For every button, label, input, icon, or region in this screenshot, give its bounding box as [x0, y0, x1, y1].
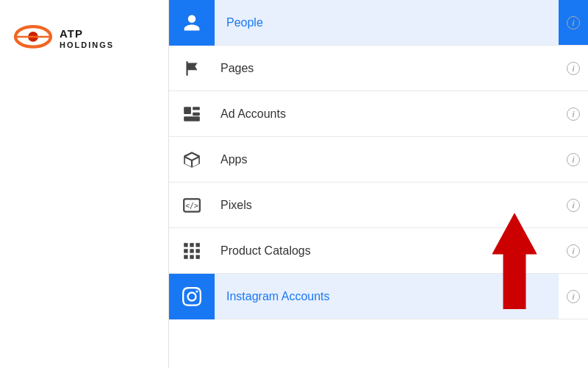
people-label: People	[215, 0, 559, 45]
product-catalogs-icon-wrapper	[169, 228, 215, 274]
instagram-icon	[182, 286, 202, 307]
instagram-accounts-info-circle: i	[567, 290, 580, 303]
ad-accounts-info-circle: i	[567, 107, 580, 121]
svg-rect-14	[196, 249, 199, 252]
logo-text: ATP HOLDINGS	[60, 28, 114, 49]
menu-item-apps[interactable]: Appsi	[169, 137, 588, 183]
ad-icon	[182, 104, 202, 124]
svg-rect-16	[190, 255, 193, 258]
apps-label: Apps	[215, 153, 559, 166]
grid-icon	[182, 241, 202, 261]
left-panel: ATP HOLDINGS	[0, 0, 169, 368]
svg-rect-5	[193, 112, 200, 115]
logo-holdings: HOLDINGS	[60, 40, 114, 49]
menu-item-people[interactable]: Peoplei	[169, 0, 588, 46]
pages-info-circle: i	[567, 62, 580, 75]
flag-icon	[182, 58, 202, 79]
svg-rect-12	[184, 249, 187, 252]
product-catalogs-label: Product Catalogs	[215, 244, 559, 258]
ad-accounts-icon-wrapper	[169, 91, 215, 137]
pages-icon-wrapper	[169, 46, 215, 91]
main-content: PeopleiPagesiAd AccountsiAppsi</>Pixelsi…	[169, 0, 588, 368]
svg-rect-3	[184, 107, 191, 114]
people-info[interactable]: i	[559, 16, 588, 29]
menu-item-pages[interactable]: Pagesi	[169, 46, 588, 91]
product-catalogs-info[interactable]: i	[559, 244, 588, 258]
apps-info[interactable]: i	[559, 153, 588, 166]
pixels-label: Pixels	[215, 199, 559, 212]
svg-rect-11	[196, 243, 199, 247]
apps-icon-wrapper	[169, 137, 215, 183]
atp-logo-icon	[11, 22, 55, 55]
instagram-accounts-label: Instagram Accounts	[215, 274, 559, 319]
pixels-icon-wrapper: </>	[169, 183, 215, 228]
pixels-icon: </>	[182, 195, 202, 216]
people-icon-wrapper	[169, 0, 215, 46]
instagram-accounts-info[interactable]: i	[559, 290, 588, 303]
svg-rect-10	[190, 243, 193, 247]
svg-rect-17	[196, 255, 199, 258]
pixels-info[interactable]: i	[559, 199, 588, 212]
instagram-accounts-icon-wrapper	[169, 274, 215, 319]
pages-label: Pages	[215, 62, 559, 75]
pages-info[interactable]: i	[559, 62, 588, 75]
pixels-info-circle: i	[567, 199, 580, 212]
logo-area: ATP HOLDINGS	[7, 15, 161, 70]
cube-icon	[182, 149, 202, 170]
svg-rect-15	[184, 255, 187, 258]
ad-accounts-label: Ad Accounts	[215, 107, 559, 121]
svg-rect-13	[190, 249, 193, 252]
apps-info-circle: i	[567, 153, 580, 166]
product-catalogs-info-circle: i	[567, 244, 580, 258]
menu-list: PeopleiPagesiAd AccountsiAppsi</>Pixelsi…	[169, 0, 588, 319]
svg-rect-9	[184, 243, 187, 247]
menu-item-product-catalogs[interactable]: Product Catalogsi	[169, 228, 588, 274]
svg-rect-4	[193, 107, 200, 110]
ad-accounts-info[interactable]: i	[559, 107, 588, 121]
svg-rect-6	[184, 116, 200, 121]
people-info-circle: i	[567, 16, 580, 29]
svg-text:</>: </>	[185, 202, 198, 210]
menu-item-ad-accounts[interactable]: Ad Accountsi	[169, 91, 588, 137]
menu-item-pixels[interactable]: </>Pixelsi	[169, 183, 588, 228]
logo-atp: ATP	[60, 28, 114, 40]
menu-item-instagram-accounts[interactable]: Instagram Accountsi	[169, 274, 588, 319]
person-icon	[182, 13, 202, 33]
